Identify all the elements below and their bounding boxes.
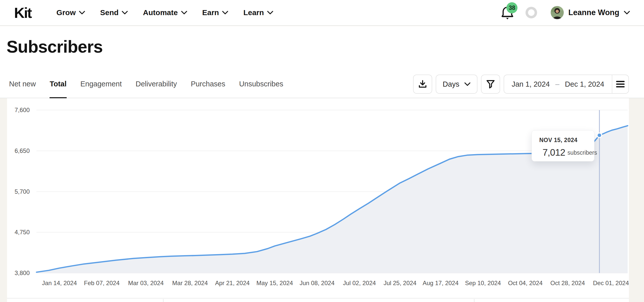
y-axis-tick-label: 4,750 bbox=[15, 229, 30, 236]
x-axis-tick-label: Jan 14, 2024 bbox=[42, 280, 77, 286]
report-tabs: Net newTotalEngagementDeliverabilityPurc… bbox=[9, 70, 283, 98]
tab-deliverability[interactable]: Deliverability bbox=[136, 70, 177, 98]
chevron-down-icon bbox=[181, 11, 187, 15]
y-axis-tick-label: 3,800 bbox=[15, 270, 30, 276]
x-axis-tick-label: Apr 21, 2024 bbox=[215, 280, 250, 286]
top-navigation-bar: Kit GrowSendAutomateEarnLearn 38 bbox=[0, 0, 644, 26]
tooltip-unit: subscribers bbox=[568, 149, 597, 156]
x-axis-tick-label: Jun 08, 2024 bbox=[300, 280, 335, 286]
notification-badge: 38 bbox=[506, 2, 517, 13]
nav-item-label: Automate bbox=[143, 8, 178, 17]
tab-engagement[interactable]: Engagement bbox=[80, 70, 122, 98]
account-menu[interactable]: Leanne Wong bbox=[551, 6, 630, 19]
user-name: Leanne Wong bbox=[568, 8, 619, 17]
date-range-separator: – bbox=[555, 80, 559, 88]
chart-toolbar: Days Jan 1, 2024 – Dec 1, 2024 bbox=[413, 75, 629, 94]
nav-item-grow[interactable]: Grow bbox=[56, 8, 85, 17]
filter-icon bbox=[486, 80, 495, 89]
tab-total[interactable]: Total bbox=[50, 70, 66, 98]
chevron-down-icon bbox=[464, 82, 470, 86]
y-axis-tick-label: 6,650 bbox=[15, 147, 30, 154]
divider bbox=[163, 299, 164, 302]
x-axis-tick-label: Sep 10, 2024 bbox=[465, 280, 501, 286]
nav-item-send[interactable]: Send bbox=[100, 8, 128, 17]
subscribers-chart-card: 3,8004,7505,7006,6507,600Jan 14, 2024Feb… bbox=[7, 98, 629, 302]
x-axis-tick-label: Mar 03, 2024 bbox=[128, 280, 164, 286]
date-range-control: Jan 1, 2024 – Dec 1, 2024 bbox=[504, 75, 629, 94]
tooltip-date: NOV 15, 2024 bbox=[539, 137, 594, 144]
chevron-down-icon bbox=[267, 11, 273, 15]
x-axis-tick-label: Oct 28, 2024 bbox=[550, 280, 585, 286]
filter-button[interactable] bbox=[481, 75, 500, 94]
chevron-down-icon bbox=[222, 11, 228, 15]
tooltip-value: 7,012 bbox=[543, 147, 565, 158]
nav-item-label: Grow bbox=[56, 8, 76, 17]
download-button[interactable] bbox=[413, 75, 432, 94]
interval-select[interactable]: Days bbox=[436, 75, 477, 94]
x-axis-tick-label: Jul 25, 2024 bbox=[384, 280, 417, 286]
chevron-down-icon bbox=[79, 11, 85, 15]
avatar bbox=[551, 6, 564, 19]
page-title: Subscribers bbox=[7, 38, 103, 56]
tab-unsubscribes[interactable]: Unsubscribes bbox=[239, 70, 283, 98]
nav-item-label: Learn bbox=[243, 8, 264, 17]
x-axis-tick-label: Feb 07, 2024 bbox=[84, 280, 119, 286]
menu-icon bbox=[616, 80, 625, 88]
chart-menu-button[interactable] bbox=[612, 75, 628, 93]
y-axis-tick-label: 7,600 bbox=[15, 107, 30, 113]
status-ring-icon[interactable] bbox=[526, 7, 537, 18]
stats-row bbox=[7, 298, 629, 302]
tab-net-new[interactable]: Net new bbox=[9, 70, 36, 98]
tab-purchases[interactable]: Purchases bbox=[191, 70, 225, 98]
nav-item-learn[interactable]: Learn bbox=[243, 8, 273, 17]
download-icon bbox=[418, 80, 427, 89]
x-axis-tick-label: Dec 01, 2024 bbox=[593, 280, 629, 286]
x-axis-tick-label: Aug 17, 2024 bbox=[423, 280, 459, 286]
notifications-button[interactable]: 38 bbox=[500, 5, 514, 20]
nav-item-earn[interactable]: Earn bbox=[202, 8, 228, 17]
date-range-input[interactable]: Jan 1, 2024 – Dec 1, 2024 bbox=[504, 80, 612, 88]
nav-item-label: Earn bbox=[202, 8, 219, 17]
highlighted-data-point bbox=[597, 133, 602, 138]
nav-item-automate[interactable]: Automate bbox=[143, 8, 187, 17]
header-right-cluster: 38 Leanne Wong bbox=[500, 5, 630, 20]
x-axis-tick-label: Jul 02, 2024 bbox=[343, 280, 376, 286]
tooltip-value-row: 7,012 subscribers bbox=[539, 147, 594, 158]
interval-label: Days bbox=[443, 80, 459, 88]
date-range-start: Jan 1, 2024 bbox=[512, 80, 550, 88]
chevron-down-icon bbox=[624, 11, 630, 15]
x-axis-tick-label: May 15, 2024 bbox=[256, 280, 293, 286]
y-axis-tick-label: 5,700 bbox=[15, 188, 30, 195]
x-axis-tick-label: Mar 28, 2024 bbox=[172, 280, 208, 286]
chart-tooltip: NOV 15, 2024 7,012 subscribers bbox=[532, 130, 594, 161]
chevron-down-icon bbox=[122, 11, 128, 15]
divider bbox=[474, 299, 474, 302]
kit-logo[interactable]: Kit bbox=[14, 4, 31, 21]
main-nav: GrowSendAutomateEarnLearn bbox=[56, 8, 273, 17]
x-axis-tick-label: Oct 04, 2024 bbox=[508, 280, 542, 286]
date-range-end: Dec 1, 2024 bbox=[565, 80, 604, 88]
subscribers-area-chart[interactable]: 3,8004,7505,7006,6507,600Jan 14, 2024Feb… bbox=[7, 98, 629, 298]
nav-item-label: Send bbox=[100, 8, 118, 17]
page-header-section: Subscribers Net newTotalEngagementDelive… bbox=[0, 26, 644, 98]
